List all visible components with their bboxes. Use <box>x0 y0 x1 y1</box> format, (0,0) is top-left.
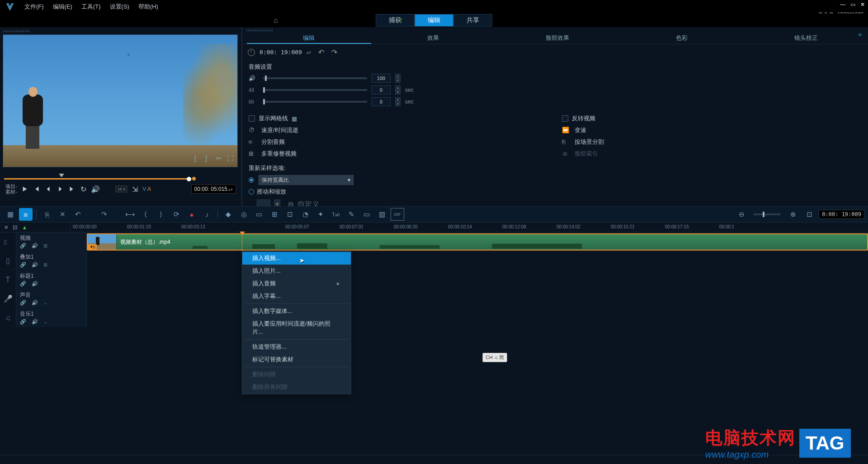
title-track[interactable] <box>87 270 868 289</box>
volume-down[interactable]: ▼ <box>395 78 401 83</box>
tb-photo-icon[interactable]: ▧ <box>375 208 389 221</box>
next-frame-button[interactable] <box>56 185 64 193</box>
track-header-voice[interactable]: 声音 🔗 🔊 ⌄ <box>16 289 87 308</box>
keep-aspect-select[interactable]: 保持宽高比▾ <box>259 175 354 185</box>
tb-3dtitle-icon[interactable]: T₃ᴅ <box>329 208 343 221</box>
ruler-adjust-icon[interactable]: ⊟ <box>13 224 18 231</box>
fadeout-up[interactable]: ▲ <box>395 97 401 102</box>
mark-out-icon[interactable]: ] <box>205 155 213 163</box>
home-icon[interactable]: ⌂ <box>274 16 278 24</box>
show-grid-checkbox[interactable] <box>249 115 255 122</box>
repeat-button[interactable]: ↻ <box>80 185 88 193</box>
music-track[interactable] <box>87 308 868 327</box>
ctx-insert-digital[interactable]: 插入数字媒体... <box>242 305 351 317</box>
timeline-view-button[interactable]: ≡ <box>19 208 33 221</box>
track-link-icon[interactable]: 🔗 <box>20 319 26 325</box>
preview-timecode[interactable]: 00:00: 05:015▴▾ <box>191 185 236 194</box>
fit-timeline-icon[interactable]: ⊡ <box>802 208 816 221</box>
tb-paint-icon[interactable]: ✎ <box>344 208 358 221</box>
tb-gif-icon[interactable]: GIF <box>391 208 404 221</box>
storyboard-view-button[interactable]: ▦ <box>4 208 17 221</box>
volume-input[interactable] <box>372 74 391 83</box>
zoom-slider[interactable] <box>754 213 781 215</box>
panel-grip-icon[interactable] <box>3 30 30 33</box>
ctx-insert-video[interactable]: 插入视频... <box>242 252 351 265</box>
fadeout-input[interactable] <box>372 97 391 106</box>
clip-duration[interactable]: 0:00: 19:009 <box>259 49 302 56</box>
keep-aspect-radio[interactable] <box>249 177 254 183</box>
ruler-ticks[interactable]: 00:00:00:00 00:00:01:19 00:00:03:13 00:0… <box>71 223 868 232</box>
tab-lens[interactable]: 镜头校正 <box>744 32 868 44</box>
ruler-list-icon[interactable]: ≡ <box>5 224 8 231</box>
track-header-video[interactable]: 视频 🔗 🔊 ⊞ <box>16 232 87 251</box>
fadeout-slider[interactable] <box>263 101 367 103</box>
tb-mixer-icon[interactable]: ♪ <box>200 208 214 221</box>
track-lock-icon[interactable]: ⊞ <box>43 243 50 249</box>
track-mute-icon[interactable]: 🔊 <box>32 300 38 306</box>
video-badge[interactable]: V <box>142 186 146 192</box>
volume-up[interactable]: ▲ <box>395 74 401 78</box>
track-link-icon[interactable]: 🔗 <box>20 262 26 268</box>
tb-markin-icon[interactable]: ⟨ <box>139 208 152 221</box>
ctx-insert-photo[interactable]: 插入照片... <box>242 265 351 277</box>
volume-button[interactable]: 🔊 <box>91 185 99 193</box>
fadein-input[interactable] <box>372 85 391 95</box>
ctx-insert-audio[interactable]: 插入音频▶ <box>242 277 351 290</box>
video-track[interactable]: ◄)) 视频素材（总）.mp4 <box>87 232 868 251</box>
voice-track[interactable] <box>87 289 868 308</box>
tb-copy-icon[interactable]: ⎘ <box>40 208 54 221</box>
toolbar-timecode[interactable]: 0:00: 19:009 <box>819 210 864 219</box>
fadein-up[interactable]: ▲ <box>395 85 401 90</box>
maximize-button[interactable]: ▭ <box>849 1 856 8</box>
speed-time-button[interactable]: 速度/时间流逝 <box>261 126 298 134</box>
track-lock-icon[interactable]: ⊞ <box>43 262 50 268</box>
minimize-button[interactable]: — <box>840 1 846 8</box>
cut-icon[interactable]: ✂ <box>216 155 224 163</box>
rotate-left-icon[interactable]: ↶ <box>318 48 324 57</box>
menu-tools[interactable]: 工具(T) <box>81 3 101 11</box>
fadein-down[interactable]: ▼ <box>395 90 401 95</box>
tb-split-icon[interactable]: ⊞ <box>268 208 281 221</box>
tb-track-icon[interactable]: ⊡ <box>283 208 297 221</box>
mode-tab-capture[interactable]: 捕获 <box>376 14 415 27</box>
preview-scrubber[interactable]: [ ] ✂ ⛶ <box>3 172 239 181</box>
menu-edit[interactable]: 编辑(E) <box>53 3 72 11</box>
aspect-ratio-badge[interactable]: 16:9 <box>116 186 127 192</box>
track-mute-icon[interactable]: 🔊 <box>32 319 38 325</box>
tb-record-icon[interactable]: ● <box>185 208 198 221</box>
track-expand-icon[interactable]: ⌄ <box>43 300 50 306</box>
menu-file[interactable]: 文件(F) <box>24 3 44 11</box>
tab-face[interactable]: 脸部效果 <box>495 32 620 44</box>
track-link-icon[interactable]: 🔗 <box>20 300 26 306</box>
zoom-out-icon[interactable]: ⊖ <box>735 208 748 221</box>
track-link-icon[interactable]: 🔗 <box>20 243 26 249</box>
varispeed-button[interactable]: 变速 <box>575 126 586 134</box>
track-mute-icon[interactable]: 🔊 <box>32 243 38 249</box>
tab-edit[interactable]: 编辑 <box>247 32 371 44</box>
audio-badge[interactable]: A <box>147 186 151 192</box>
add-track-icon[interactable]: ▲ <box>22 224 29 231</box>
tb-range-icon[interactable]: ⟷ <box>123 208 137 221</box>
tab-effects[interactable]: 效果 <box>371 32 495 44</box>
track-header-overlay1[interactable]: 叠加1 🔗 🔊 ⊞ <box>16 251 87 270</box>
multi-trim-button[interactable]: 多重修整视频 <box>261 150 297 158</box>
zoom-in-icon[interactable]: ⊕ <box>786 208 800 221</box>
tb-pip-icon[interactable]: ▭ <box>252 208 266 221</box>
menu-settings[interactable]: 设置(S) <box>110 3 129 11</box>
tb-subtitle-icon[interactable]: ▭ <box>360 208 373 221</box>
track-link-icon[interactable]: 🔗 <box>20 281 26 287</box>
tab-color[interactable]: 色彩 <box>619 32 744 44</box>
tb-chroma-icon[interactable]: ✦ <box>314 208 327 221</box>
mode-tab-edit[interactable]: 编辑 <box>415 14 453 27</box>
tb-timestretch-icon[interactable]: ⟳ <box>170 208 183 221</box>
tb-motion-icon[interactable]: ◎ <box>237 208 250 221</box>
track-header-music1[interactable]: 音乐1 🔗 🔊 ⌄ <box>16 308 87 327</box>
tb-tools-icon[interactable]: ✕ <box>56 208 69 221</box>
volume-slider[interactable] <box>263 77 367 79</box>
video-clip[interactable]: ◄)) 视频素材（总）.mp4 <box>87 233 868 251</box>
go-start-button[interactable] <box>33 185 41 193</box>
track-header-title1[interactable]: 标题1 🔗 🔊 <box>16 270 87 289</box>
ctx-mark-replaceable[interactable]: 标记可替换素材 <box>242 353 351 366</box>
ctx-insert-timelapse[interactable]: 插入要应用时间流逝/频闪的照片... <box>242 317 351 338</box>
rotate-right-icon[interactable]: ↷ <box>331 48 337 57</box>
